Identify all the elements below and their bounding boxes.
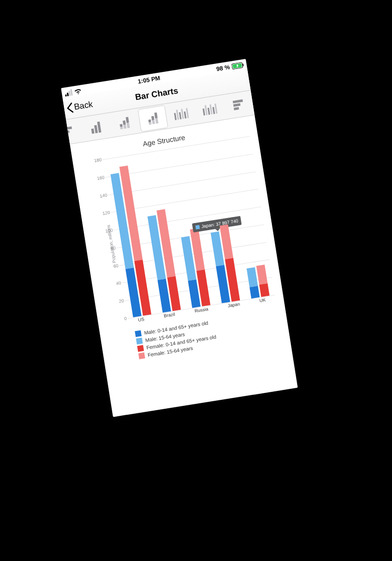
bar-groups: Japan: 37 897 740 (102, 136, 275, 318)
bar-segment[interactable] (246, 267, 258, 287)
chart-type-bar-stacked-2[interactable] (109, 110, 139, 136)
bar-segment[interactable] (256, 265, 267, 284)
chevron-left-icon (65, 101, 74, 113)
legend-swatch (135, 330, 142, 337)
x-tick-label: Japan (227, 301, 240, 311)
tooltip: Japan: 37 897 740 (192, 216, 241, 232)
x-tick-label: Brazil (163, 311, 176, 321)
chart-type-bar-grouped[interactable] (166, 101, 196, 127)
bar-simple-icon (90, 121, 101, 133)
chart-plot[interactable]: Population, millions 0204060801001201401… (91, 136, 276, 328)
legend-swatch (137, 345, 144, 352)
legend-swatch (136, 337, 143, 344)
bar-grouped-alt-icon (202, 103, 217, 115)
tooltip-swatch (195, 225, 199, 229)
bar-segment[interactable] (259, 283, 269, 296)
bar-group[interactable] (147, 209, 181, 312)
bar-segment[interactable] (249, 285, 259, 298)
bar-group[interactable] (109, 165, 151, 317)
x-tick-label: UK (259, 297, 266, 306)
bar-stacked-3-icon (147, 112, 158, 124)
hbar-right-icon (232, 99, 244, 110)
hbar-peek-icon (66, 126, 73, 137)
bar-group[interactable] (246, 265, 269, 298)
battery-charging-icon (231, 61, 244, 69)
chart-type-bar-simple[interactable] (81, 114, 111, 140)
bar-group[interactable] (180, 228, 210, 307)
chart-area: Age Structure Population, millions 02040… (70, 115, 290, 368)
chart-type-bar-grouped-alt[interactable] (195, 96, 224, 122)
chart-type-hbar-right[interactable] (223, 92, 253, 118)
back-button[interactable]: Back (63, 98, 94, 114)
phone-screen: 1:05 PM 98 % Back Bar Charts (61, 59, 298, 417)
chart-type-bar-stacked-3[interactable] (138, 105, 168, 131)
wifi-icon (73, 87, 82, 94)
bar-grouped-icon (174, 107, 189, 119)
legend-swatch (138, 352, 145, 359)
battery-percent: 98 % (215, 63, 230, 72)
bar-group[interactable]: Japan: 37 897 740 (209, 224, 240, 303)
x-tick-label: US (138, 316, 145, 325)
cellular-signal-icon (64, 88, 72, 96)
bar-stacked-2-icon (119, 116, 130, 129)
chart-type-hbar-peek[interactable] (66, 119, 82, 144)
back-label: Back (73, 99, 93, 112)
